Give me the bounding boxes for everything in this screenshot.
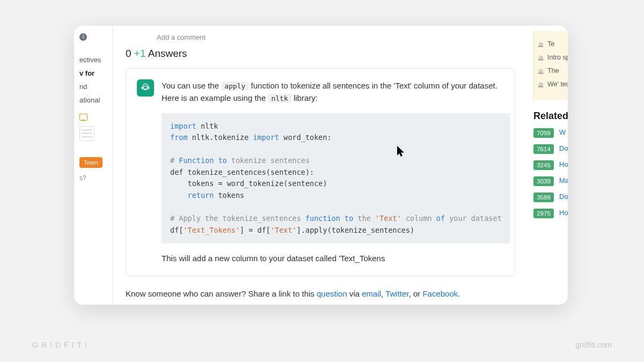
related-link[interactable]: Ma in: [559, 176, 568, 186]
answer-body: You can use the apply function to tokeni…: [162, 79, 510, 265]
sidebar-fragment: s?: [79, 174, 107, 182]
meta-item[interactable]: Te: [537, 40, 568, 49]
related-item[interactable]: 7614Do op: [533, 144, 568, 154]
main-content: Add a comment 0 +1 Answers You can use t…: [123, 26, 568, 305]
answers-heading: 0 +1 Answers: [126, 48, 515, 60]
twitter-link[interactable]: Twitter: [385, 289, 408, 298]
sidebar-fragment: ectives: [79, 56, 107, 64]
stack-icon: [537, 54, 544, 61]
inline-code: nltk: [268, 94, 291, 103]
info-icon: i: [79, 33, 87, 41]
answer-card: You can use the apply function to tokeni…: [126, 68, 515, 276]
meta-item[interactable]: Intro spe: [537, 53, 568, 62]
related-item[interactable]: 2975Ho ir: [533, 209, 568, 218]
stack-icon: [537, 68, 544, 75]
related-badge: 7099: [533, 128, 554, 138]
sidebar-fragment: nd: [79, 83, 107, 91]
chatgpt-icon: [137, 79, 154, 97]
share-prompt: Know someone who can answer? Share a lin…: [126, 289, 515, 298]
related-item[interactable]: 3245Ho Py: [533, 160, 568, 170]
related-heading: Related: [533, 110, 568, 122]
related-link[interactable]: Do op: [559, 144, 568, 154]
answer-closing: This will add a new column to your datas…: [162, 252, 510, 264]
related-badge: 2975: [533, 209, 554, 218]
meta-item[interactable]: The: [537, 67, 568, 76]
related-badge: 3588: [533, 193, 554, 202]
right-rail: Te Intro spe The We' tech Related 7099W7…: [529, 26, 568, 305]
question-link[interactable]: question: [317, 289, 347, 298]
related-badge: 3038: [533, 176, 554, 186]
related-badge: 3245: [533, 160, 554, 170]
related-link[interactable]: W: [559, 128, 566, 138]
related-item[interactable]: 3038Ma in: [533, 176, 568, 186]
related-badge: 7614: [533, 144, 554, 154]
related-link[interactable]: Do su: [559, 193, 568, 202]
meta-box: Te Intro spe The We' tech: [533, 31, 568, 100]
sidebar-heading: v for: [79, 69, 107, 77]
left-sidebar: i ectives v for nd ational Team s?: [74, 26, 113, 305]
stack-icon: [537, 81, 544, 88]
team-button[interactable]: Team: [79, 157, 103, 168]
chat-icon: [79, 114, 87, 121]
inline-code: apply: [221, 82, 248, 91]
related-link[interactable]: Ho ir: [559, 209, 568, 218]
stack-icon: [537, 41, 544, 48]
watermark-left: GRIDFITI: [32, 341, 90, 349]
related-item[interactable]: 7099W: [533, 128, 568, 138]
stackoverflow-window: i ectives v for nd ational Team s? Add a…: [74, 26, 568, 305]
lines-icon: [79, 126, 94, 141]
meta-item[interactable]: We' tech: [537, 80, 568, 89]
related-link[interactable]: Ho Py: [559, 160, 568, 170]
sidebar-fragment: ational: [79, 96, 107, 104]
watermark-right: gridfiti.com: [575, 341, 612, 349]
related-item[interactable]: 3588Do su: [533, 193, 568, 202]
facebook-link[interactable]: Facebook: [422, 289, 458, 298]
email-link[interactable]: email: [362, 289, 381, 298]
code-block: import nltk from nltk.tokenize import wo…: [162, 113, 510, 244]
add-comment-link[interactable]: Add a comment: [157, 33, 566, 41]
